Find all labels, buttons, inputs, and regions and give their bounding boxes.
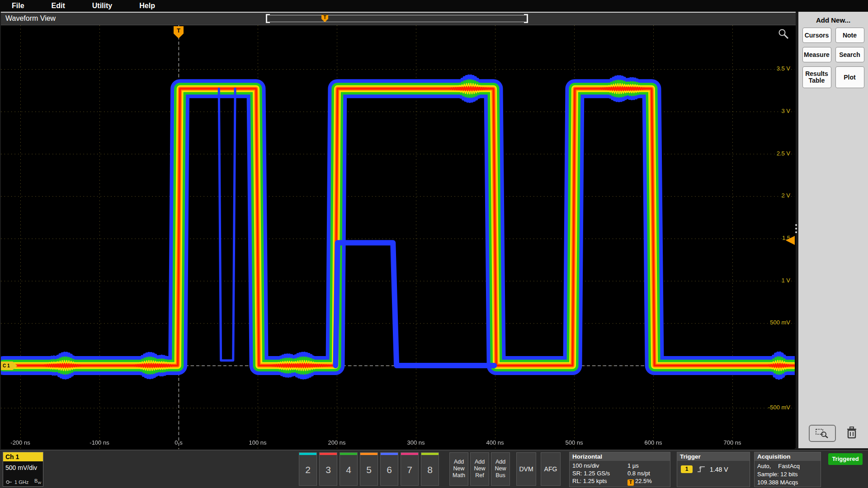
bandwidth-limit-badge: BW	[34, 478, 41, 485]
channel2-button[interactable]: 2	[299, 452, 317, 486]
trigger-level: 1.48 V	[710, 466, 728, 473]
channel1-footer: 1 GHz BW	[5, 478, 41, 485]
acquisition-panel[interactable]: Acquisition Auto,FastAcq Sample: 12 bits…	[754, 452, 821, 487]
sample-rate: SR: 1.25 GS/s	[572, 470, 627, 477]
search-button[interactable]: Search	[835, 47, 864, 62]
channel1-scale: 500 mV/div	[3, 461, 43, 471]
measure-button[interactable]: Measure	[802, 47, 831, 62]
trigger-title: Trigger	[677, 452, 750, 461]
menu-bar: File Edit Utility Help	[0, 0, 868, 12]
rising-edge-icon	[697, 465, 706, 473]
channel7-color-stripe	[401, 453, 418, 455]
plot-button[interactable]: Plot	[835, 66, 864, 88]
acquisition-fastacq: FastAcq	[778, 462, 800, 470]
trash-icon	[846, 426, 858, 439]
record-view-left-bracket	[266, 14, 270, 23]
results-table-button[interactable]: Results Table	[802, 66, 831, 88]
channel5-color-stripe	[360, 453, 377, 455]
trash-button[interactable]	[846, 426, 858, 441]
waveform-view-header: Waveform View T	[1, 13, 796, 25]
menu-utility[interactable]: Utility	[92, 2, 112, 10]
zoom-area-icon	[815, 428, 830, 439]
channel5-button[interactable]: 5	[360, 452, 378, 486]
acquisition-mode: Auto,	[757, 462, 771, 470]
x-axis-label: -100 ns	[80, 439, 118, 446]
menu-edit[interactable]: Edit	[52, 2, 65, 10]
channel1-bandwidth: 1 GHz	[14, 479, 28, 485]
cursors-button[interactable]: Cursors	[802, 28, 831, 43]
channel2-color-stripe	[299, 453, 316, 455]
channel7-button[interactable]: 7	[401, 452, 419, 486]
x-axis-label: 400 ns	[476, 439, 514, 446]
horizontal-values: 100 ns/div 1 µs SR: 1.25 GS/s 0.8 ns/pt …	[570, 461, 670, 486]
control-bar: Ch 1 500 mV/div 1 GHz BW 2 3 4 5 6 7 8 A…	[0, 450, 868, 488]
record-view-trigger-marker[interactable]: T	[321, 15, 328, 22]
menu-file[interactable]: File	[12, 2, 24, 10]
x-axis-label: 200 ns	[318, 439, 356, 446]
add-new-math-button[interactable]: AddNewMath	[449, 452, 468, 486]
add-new-panel: Add New... Cursors Note Measure Search R…	[798, 12, 868, 448]
channel1-badge[interactable]: Ch 1 500 mV/div 1 GHz BW	[3, 452, 43, 487]
x-axis-label: 100 ns	[239, 439, 277, 446]
channel3-button[interactable]: 3	[319, 452, 337, 486]
panel-bottom-tools	[798, 425, 868, 442]
x-axis-label: 0 s	[160, 439, 198, 446]
trigger-panel[interactable]: Trigger 1 1.48 V	[677, 452, 750, 487]
add-new-ref-button[interactable]: AddNewRef	[470, 452, 489, 486]
x-axis-label: 700 ns	[713, 439, 751, 446]
channel4-color-stripe	[340, 453, 357, 455]
panel-resize-handle[interactable]	[795, 222, 798, 235]
acquisition-title: Acquisition	[755, 452, 821, 461]
triggered-status-badge: Triggered	[828, 453, 863, 465]
x-axis-label: 300 ns	[397, 439, 435, 446]
add-new-buttons: Cursors Note Measure Search Results Tabl…	[798, 28, 868, 88]
add-new-title: Add New...	[798, 16, 868, 24]
record-view-bar[interactable]: T	[266, 15, 528, 22]
zoom-area-button[interactable]	[809, 425, 836, 442]
horizontal-scale: 100 ns/div	[572, 462, 627, 469]
acquisition-values: Auto,FastAcq Sample: 12 bits 109.388 MAc…	[755, 461, 821, 487]
channel6-color-stripe	[381, 453, 398, 455]
x-axis-label: 600 ns	[634, 439, 672, 446]
trigger-t-icon: T	[627, 479, 634, 486]
x-axis-label: 500 ns	[555, 439, 593, 446]
channel3-color-stripe	[320, 453, 337, 455]
acquisition-count: 109.388 MAcqs	[757, 479, 821, 487]
resolution: 0.8 ns/pt	[627, 470, 670, 477]
waveform-view: Waveform View T 3.5 V 3 V 2.5 V 2 V 1.5 …	[1, 12, 796, 448]
add-new-bus-button[interactable]: AddNewBus	[491, 452, 510, 486]
channel6-button[interactable]: 6	[380, 452, 398, 486]
channel4-button[interactable]: 4	[340, 452, 358, 486]
note-button[interactable]: Note	[835, 28, 864, 43]
trigger-source-badge: 1	[681, 465, 693, 473]
record-view-right-bracket	[524, 14, 528, 23]
trigger-values: 1 1.48 V	[677, 461, 750, 473]
oscilloscope-app: File Edit Utility Help Waveform View T 3…	[0, 0, 868, 488]
trigger-position: T22.5%	[627, 478, 670, 486]
trigger-level-arrow[interactable]	[786, 236, 795, 245]
zoom-glass-icon[interactable]	[778, 28, 789, 42]
horizontal-panel[interactable]: Horizontal 100 ns/div 1 µs SR: 1.25 GS/s…	[569, 452, 670, 487]
probe-icon	[5, 479, 12, 485]
channel1-label: Ch 1	[3, 452, 43, 461]
acquisition-sample: Sample: 12 bits	[757, 470, 821, 479]
waveform-canvas[interactable]	[1, 25, 795, 449]
horizontal-title: Horizontal	[570, 452, 670, 461]
horizontal-window: 1 µs	[627, 462, 670, 469]
record-length: RL: 1.25 kpts	[572, 478, 627, 486]
waveform-plot: 3.5 V 3 V 2.5 V 2 V 1.5 1 V 500 mV 0 V -…	[1, 25, 795, 449]
channel8-color-stripe	[421, 453, 439, 455]
waveform-view-title: Waveform View	[5, 14, 56, 23]
dvm-button[interactable]: DVM	[516, 452, 536, 486]
afg-button[interactable]: AFG	[541, 452, 561, 486]
channel8-button[interactable]: 8	[421, 452, 439, 486]
x-axis-label: -200 ns	[1, 439, 39, 446]
menu-help[interactable]: Help	[139, 2, 155, 10]
